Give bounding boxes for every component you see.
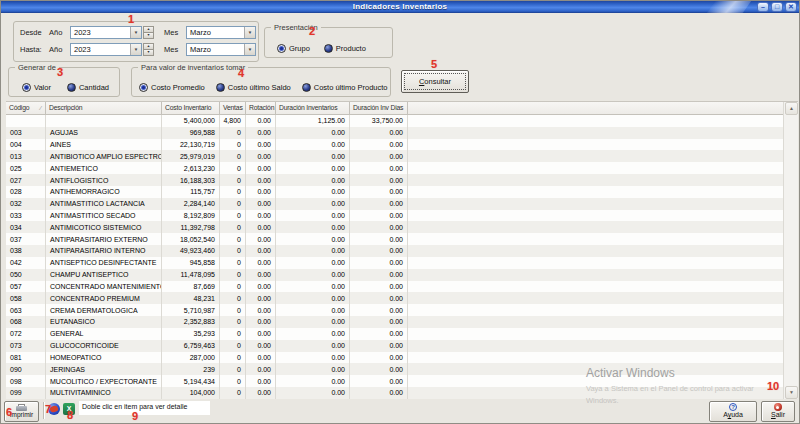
- table-row[interactable]: 090JERINGAS23900.000.000.00: [6, 363, 783, 375]
- table-cell: 0.00: [246, 127, 276, 139]
- window-title: Indicadores Inventarios: [1, 2, 799, 11]
- chevron-down-icon[interactable]: ▼: [244, 27, 255, 38]
- radio-grupo[interactable]: [277, 44, 286, 53]
- scroll-down-icon[interactable]: ▼: [785, 386, 798, 399]
- salir-button[interactable]: Salir: [761, 401, 795, 422]
- table-cell: 0: [220, 139, 246, 151]
- table-cell: 0.00: [246, 375, 276, 387]
- table-cell: 0.00: [276, 292, 350, 304]
- desde-month-combo[interactable]: Marzo ▼: [186, 26, 256, 39]
- maximize-icon[interactable]: □: [771, 2, 783, 12]
- table-cell: 0.00: [276, 340, 350, 352]
- column-header[interactable]: Rotación: [246, 102, 276, 114]
- chevron-down-icon[interactable]: ▼: [130, 44, 141, 55]
- scroll-up-icon[interactable]: ▲: [785, 102, 798, 115]
- table-cell: 0.00: [276, 198, 350, 210]
- radio-cantidad[interactable]: [67, 83, 76, 92]
- hasta-year-stepper[interactable]: ▲▼: [143, 43, 154, 56]
- table-row[interactable]: 072GENERAL35,29300.000.000.00: [6, 328, 783, 340]
- column-header[interactable]: Código: [6, 102, 46, 114]
- table-row[interactable]: 032ANTIMASTITICO LACTANCIA2,284,14000.00…: [6, 198, 783, 210]
- table-cell: 0.00: [246, 198, 276, 210]
- table-cell: GLUCOCORTICOIDE: [46, 340, 162, 352]
- column-header[interactable]: Descripción: [46, 102, 162, 114]
- vertical-scrollbar[interactable]: ▲ ▼: [783, 102, 798, 399]
- desde-year-combo[interactable]: 2023 ▼: [70, 26, 142, 39]
- radio-costo-promedio[interactable]: [139, 83, 148, 92]
- table-cell: ANTIEMETICO: [46, 162, 162, 174]
- groupbox-fechas: Desde Año 2023 ▼ ▲▼ Mes Marzo ▼ Hasta: A…: [13, 21, 259, 62]
- column-header-filler: [408, 102, 783, 114]
- table-row[interactable]: 081HOMEOPATICO287,00000.000.000.00: [6, 352, 783, 364]
- table-cell: 0: [220, 352, 246, 364]
- column-header[interactable]: Costo Inventario: [162, 102, 220, 114]
- radio-valor[interactable]: [22, 83, 31, 92]
- table-cell: 038: [6, 245, 46, 257]
- table-cell: GENERAL: [46, 328, 162, 340]
- title-bar[interactable]: Indicadores Inventarios – □ ✕: [1, 1, 799, 13]
- table-row[interactable]: 025ANTIEMETICO2,613,23000.000.000.00: [6, 162, 783, 174]
- chevron-down-icon[interactable]: ▼: [130, 27, 141, 38]
- row-filler: [408, 292, 783, 304]
- radio-producto[interactable]: [324, 44, 333, 53]
- table-row[interactable]: 027ANTIFLOGISTICO16,188,30300.000.000.00: [6, 174, 783, 186]
- table-row[interactable]: 003AGUJAS969,58800.000.000.00: [6, 127, 783, 139]
- chevron-down-icon[interactable]: ▼: [244, 44, 255, 55]
- table-cell: 0.00: [246, 162, 276, 174]
- table-row[interactable]: 068EUTANASICO2,352,88300.000.000.00: [6, 316, 783, 328]
- annotation-number: 1: [128, 13, 134, 25]
- table-cell: 0: [220, 221, 246, 233]
- groupbox-costo: Para valor de inventarios tomar Costo Pr…: [131, 67, 391, 97]
- table-cell: 0: [220, 281, 246, 293]
- annotation-number: 7: [45, 403, 51, 415]
- row-filler: [408, 139, 783, 151]
- row-filler: [408, 198, 783, 210]
- table-row[interactable]: 033ANTIMASTITICO SECADO8,192,80900.000.0…: [6, 210, 783, 222]
- table-cell: 0.00: [276, 210, 350, 222]
- radio-costo-ltimo-saldo[interactable]: [216, 83, 225, 92]
- hasta-month-combo[interactable]: Marzo ▼: [186, 43, 256, 56]
- table-cell: 0.00: [276, 281, 350, 293]
- table-cell: 033: [6, 210, 46, 222]
- table-cell: 034: [6, 221, 46, 233]
- table-cell: 0.00: [350, 328, 408, 340]
- table-row[interactable]: 004AINES22,130,71900.000.000.00: [6, 139, 783, 151]
- table-row[interactable]: 057CONCENTRADO MANTENIMIENTO87,66900.000…: [6, 281, 783, 293]
- table-cell: 0.00: [350, 210, 408, 222]
- table-row[interactable]: 034ANTIMICOTICO SISTEMICO11,392,79800.00…: [6, 221, 783, 233]
- table-row[interactable]: 099MULTIVITAMINICO104,00000.000.000.00: [6, 387, 783, 399]
- table-row[interactable]: 098MUCOLITICO / EXPECTORANTE5,194,43400.…: [6, 375, 783, 387]
- ayuda-button[interactable]: ? Ayuda: [709, 401, 757, 422]
- table-cell: [46, 115, 162, 127]
- table-cell: ANTIMASTITICO LACTANCIA: [46, 198, 162, 210]
- table-cell: 0.00: [246, 363, 276, 375]
- table-row[interactable]: 058CONCENTRADO PREMIUM48,23100.000.000.0…: [6, 292, 783, 304]
- table-row[interactable]: 038ANTIPARASITARIO INTERNO49,923,46000.0…: [6, 245, 783, 257]
- table-row[interactable]: 073GLUCOCORTICOIDE6,759,46300.000.000.00: [6, 340, 783, 352]
- table-cell: 25,979,019: [162, 150, 220, 162]
- consultar-button[interactable]: Consultar: [401, 70, 469, 93]
- hasta-year-combo[interactable]: 2023 ▼: [70, 43, 142, 56]
- close-icon[interactable]: ✕: [785, 2, 797, 12]
- column-header[interactable]: Duración Inventarios: [276, 102, 350, 114]
- minimize-icon[interactable]: –: [757, 2, 769, 12]
- table-row[interactable]: 5,400,0004,8000.001,125.0033,750.00: [6, 115, 783, 127]
- table-cell: ANTIMICOTICO SISTEMICO: [46, 221, 162, 233]
- column-header[interactable]: Ventas: [220, 102, 246, 114]
- table-cell: 0.00: [276, 127, 350, 139]
- radio-costo-ltimo-producto[interactable]: [302, 83, 311, 92]
- row-filler: [408, 174, 783, 186]
- desde-year-stepper[interactable]: ▲▼: [143, 26, 154, 39]
- row-filler: [408, 363, 783, 375]
- table-cell: 003: [6, 127, 46, 139]
- table-cell: 239: [162, 363, 220, 375]
- row-filler: [408, 375, 783, 387]
- column-header[interactable]: Duración Inv Dias: [350, 102, 408, 114]
- table-row[interactable]: 028ANTIHEMORRAGICO115,75700.000.000.00: [6, 186, 783, 198]
- table-row[interactable]: 050CHAMPU ANTISEPTICO11,478,09500.000.00…: [6, 269, 783, 281]
- table-row[interactable]: 013ANTIBIOTICO AMPLIO ESPECTRO25,979,019…: [6, 150, 783, 162]
- table-row[interactable]: 037ANTIPARASITARIO EXTERNO18,052,54000.0…: [6, 233, 783, 245]
- table-row[interactable]: 063CREMA DERMATOLOGICA5,710,98700.000.00…: [6, 304, 783, 316]
- table-row[interactable]: 042ANTISEPTICO DESINFECTANTE945,85800.00…: [6, 257, 783, 269]
- table-cell: 0: [220, 340, 246, 352]
